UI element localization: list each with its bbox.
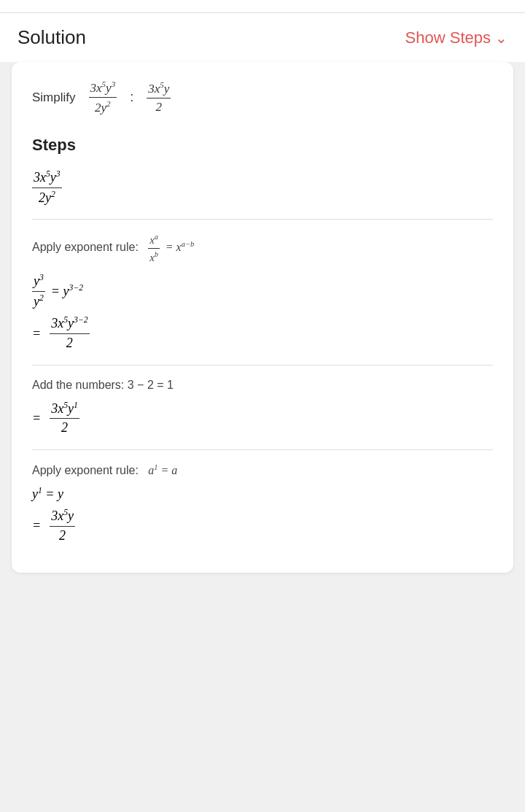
solution-card: Simplify 3x5y3 2y2 : 3x5y 2 Steps 3x5y3 … [12, 62, 513, 573]
step3-equals-sign: = [32, 411, 41, 426]
simplify-denominator: 2y2 [95, 98, 111, 115]
step2-description: Apply exponent rule: xa xb = xa−b [32, 233, 493, 264]
step2-rule-frac: xa xb [148, 233, 160, 264]
step4-desc-text: Apply exponent rule: [32, 464, 145, 476]
step3-result-frac: 3x5y1 2 [50, 401, 79, 436]
steps-heading: Steps [32, 136, 493, 155]
simplify-line: Simplify 3x5y3 2y2 : 3x5y 2 [32, 80, 493, 115]
step1-numerator: 3x5y3 [32, 169, 62, 188]
simplify-expression-frac: 3x5y3 2y2 [89, 80, 117, 115]
divider-3 [32, 449, 493, 450]
step4-description: Apply exponent rule: a1 = a [32, 463, 493, 477]
simplify-result-denominator: 2 [156, 98, 163, 115]
step4-rule: a1 = a [148, 464, 177, 476]
step3-desc-text: Add the numbers: 3 − 2 = 1 [32, 379, 174, 391]
divider-1 [32, 219, 493, 220]
top-bar [0, 0, 525, 13]
simplify-result-numerator: 3x5y [147, 80, 171, 98]
colon-separator: : [130, 90, 133, 105]
simplify-result-frac: 3x5y 2 [147, 80, 171, 115]
step2-sub-den: y2 [34, 292, 44, 310]
header: Solution Show Steps ⌄ [0, 13, 525, 62]
step3-description: Add the numbers: 3 − 2 = 1 [32, 379, 493, 392]
step2-rule: xa xb = xa−b [148, 241, 194, 253]
step2-desc-text: Apply exponent rule: [32, 241, 145, 253]
chevron-down-icon: ⌄ [495, 29, 508, 47]
step2-equals-sign: = [32, 326, 41, 341]
step1-frac: 3x5y3 2y2 [32, 169, 62, 206]
page-title: Solution [18, 26, 86, 49]
step2-sub-num: y3 [32, 273, 45, 292]
step2-result-den: 2 [66, 334, 73, 352]
show-steps-label: Show Steps [405, 28, 491, 47]
divider-2 [32, 365, 493, 366]
step4-result-den: 2 [59, 527, 66, 544]
step2-rule-den: xb [149, 249, 158, 264]
simplify-label: Simplify [32, 90, 76, 105]
step4-result-num: 3x5y [50, 508, 75, 527]
step2-rule-num: xa [148, 233, 160, 249]
step2-sub-expr: y3 y2 = y3−2 [32, 273, 493, 309]
step2-sub-equals: = y3−2 [51, 283, 83, 299]
step3-result-num: 3x5y1 [50, 401, 79, 419]
simplify-numerator: 3x5y3 [89, 80, 117, 98]
step4-sub-text: y1 = y [32, 486, 63, 502]
step1-denominator: 2y2 [39, 188, 55, 206]
step4-result-frac: 3x5y 2 [50, 508, 75, 544]
step1-expression: 3x5y3 2y2 [32, 169, 493, 206]
step2-sub-frac: y3 y2 [32, 273, 45, 309]
step4-equals-sign: = [32, 518, 41, 533]
step2-result: = 3x5y3−2 2 [32, 315, 493, 351]
step2-result-frac: 3x5y3−2 2 [50, 315, 89, 351]
step4-sub-expr: y1 = y [32, 486, 493, 502]
show-steps-button[interactable]: Show Steps ⌄ [405, 28, 508, 47]
step4-result: = 3x5y 2 [32, 508, 493, 544]
step3-result: = 3x5y1 2 [32, 401, 493, 436]
step3-result-den: 2 [61, 419, 68, 436]
step2-result-num: 3x5y3−2 [50, 315, 89, 334]
